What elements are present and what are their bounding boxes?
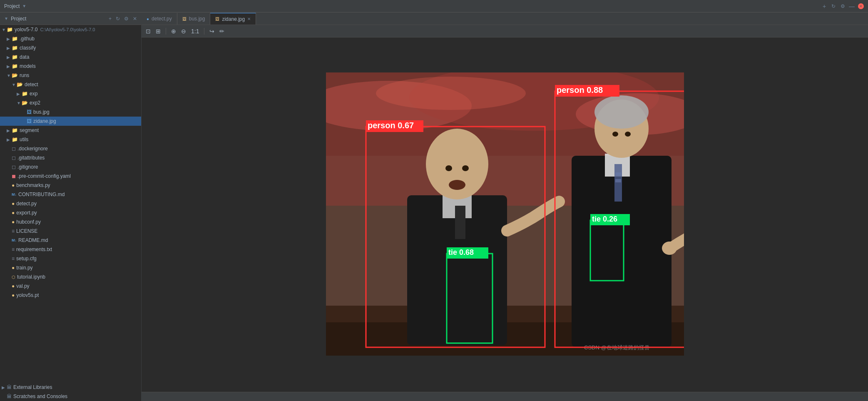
tab-zidane-jpg[interactable]: 🖼 zidane.jpg ✕ — [210, 13, 256, 25]
zoom-in-btn[interactable]: ⊕ — [171, 28, 176, 35]
tree-item-utils[interactable]: ▶ 📁 utils — [0, 135, 141, 144]
bus-jpg-tab-icon: 🖼 — [182, 17, 187, 21]
fit-btn[interactable]: ⊡ — [146, 28, 151, 35]
edit-btn[interactable]: ✏ — [219, 28, 224, 35]
status-bar — [142, 392, 868, 401]
tree-item-models[interactable]: ▶ 📁 models — [0, 62, 141, 71]
tree-item-scratches[interactable]: 🏛 Scratches and Consoles — [0, 392, 141, 401]
svg-rect-19 — [615, 172, 621, 176]
zidane-jpg-icon: 🖼 — [27, 118, 32, 124]
tree-item-requirements[interactable]: ≡ requirements.txt — [0, 245, 141, 254]
tree-item-train-py[interactable]: ● train.py — [0, 263, 141, 272]
sidebar-sync-icon[interactable]: ↻ — [116, 16, 120, 22]
gitattributes-label: .gitattributes — [17, 155, 45, 161]
rotate-btn[interactable]: ↪ — [209, 28, 214, 35]
svg-point-6 — [376, 77, 526, 110]
tree-item-benchmarks[interactable]: ● benchmarks.py — [0, 181, 141, 190]
gitignore-label: .gitignore — [17, 164, 38, 170]
hubconf-py-icon: ● — [12, 219, 15, 225]
detect-py-tab-label: detect.py — [152, 16, 172, 22]
scratches-label: Scratches and Consoles — [13, 394, 67, 399]
train-py-label: train.py — [16, 265, 32, 271]
train-py-icon: ● — [12, 265, 15, 271]
classify-folder-icon: 📁 — [12, 45, 18, 51]
detection-label-person1: person 0.67 — [368, 121, 414, 130]
settings-btn[interactable]: ⚙ — [840, 3, 846, 9]
title-bar-arrow: ▼ — [22, 4, 26, 8]
exp-arrow: ▶ — [17, 92, 22, 96]
sidebar-collapse-arrow[interactable]: ▼ — [4, 16, 8, 21]
segment-label: segment — [20, 127, 39, 133]
license-label: LICENSE — [16, 228, 37, 234]
detect-arrow: ▼ — [12, 82, 17, 87]
yolov5s-pt-icon: ● — [12, 292, 15, 298]
svg-point-14 — [445, 165, 452, 171]
detect-py-icon: ● — [12, 201, 15, 207]
project-path: C:\AI\yolov5-7.0\yolov5-7.0 — [40, 27, 95, 32]
detect-py-label: detect.py — [16, 201, 37, 207]
tree-item-license[interactable]: ≡ LICENSE — [0, 227, 141, 236]
tree-item-exp2[interactable]: ▼ 📂 exp2 — [0, 98, 141, 107]
sidebar-add-icon[interactable]: + — [109, 16, 112, 22]
tree-item-dockerignore[interactable]: ◻ .dockerignore — [0, 144, 141, 153]
tab-detect-py[interactable]: ● detect.py — [142, 13, 177, 25]
tree-item-segment[interactable]: ▶ 📁 segment — [0, 126, 141, 135]
tree-item-hubconf-py[interactable]: ● hubconf.py — [0, 217, 141, 227]
gitattributes-icon: ◻ — [12, 155, 16, 161]
bus-jpg-icon: 🖼 — [27, 109, 32, 115]
readme-label: README.md — [18, 237, 48, 243]
tree-item-contributing[interactable]: M↓ CONTRIBUTING.md — [0, 190, 141, 199]
tree-item-github[interactable]: ▶ 📁 .github — [0, 34, 141, 43]
ext-libraries-icon: 🏛 — [7, 384, 12, 390]
minimize-btn[interactable]: — — [849, 3, 855, 9]
tree-item-bus-jpg[interactable]: 🖼 bus.jpg — [0, 107, 141, 117]
tree-item-readme[interactable]: M↓ README.md — [0, 236, 141, 245]
zoom-reset-btn[interactable]: 1:1 — [191, 28, 199, 35]
svg-point-25 — [662, 242, 677, 255]
root-arrow: ▼ — [2, 27, 7, 32]
tree-item-gitignore[interactable]: ◻ .gitignore — [0, 162, 141, 172]
sidebar-bottom: ▶ 🏛 External Libraries 🏛 Scratches and C… — [0, 379, 141, 401]
editor-area: ● detect.py 🖼 bus.jpg 🖼 zidane.jpg ✕ ⊡ ⊞… — [142, 12, 868, 401]
sync-btn[interactable]: ↻ — [831, 3, 836, 9]
sidebar-gear-icon[interactable]: ⚙ — [124, 16, 129, 22]
editor-toolbar: ⊡ ⊞ ⊕ ⊖ 1:1 ↪ ✏ — [142, 25, 868, 37]
tree-item-precommit[interactable]: ◼ .pre-commit-config.yaml — [0, 172, 141, 181]
readme-icon: M↓ — [12, 238, 17, 242]
tree-item-setup-cfg[interactable]: ≡ setup.cfg — [0, 254, 141, 263]
tree-item-detect-py[interactable]: ● detect.py — [0, 199, 141, 208]
tree-item-classify[interactable]: ▶ 📁 classify — [0, 43, 141, 52]
tree-item-export-py[interactable]: ● export.py — [0, 208, 141, 217]
tree-item-data[interactable]: ▶ 📁 data — [0, 52, 141, 62]
tree-item-root[interactable]: ▼ 📁 yolov5-7.0 C:\AI\yolov5-7.0\yolov5-7… — [0, 25, 141, 34]
tree-item-external-libraries[interactable]: ▶ 🏛 External Libraries — [0, 383, 141, 392]
svg-point-22 — [594, 95, 649, 129]
license-icon: ≡ — [12, 228, 15, 234]
tree-item-gitattributes[interactable]: ◻ .gitattributes — [0, 153, 141, 162]
setup-cfg-icon: ≡ — [12, 256, 15, 262]
utils-arrow: ▶ — [7, 137, 12, 142]
close-btn[interactable]: ✕ — [858, 3, 864, 9]
zoom-out-btn[interactable]: ⊖ — [181, 28, 186, 35]
gitignore-icon: ◻ — [12, 164, 16, 170]
actual-size-btn[interactable]: ⊞ — [156, 28, 161, 35]
runs-label: runs — [20, 72, 29, 78]
tab-bus-jpg[interactable]: 🖼 bus.jpg — [177, 13, 211, 25]
new-file-btn[interactable]: + — [821, 3, 827, 9]
tree-item-yolov5s-pt[interactable]: ● yolov5s.pt — [0, 291, 141, 300]
ext-arrow: ▶ — [2, 385, 7, 390]
tree-item-zidane-jpg[interactable]: 🖼 zidane.jpg — [0, 117, 141, 126]
tree-item-exp[interactable]: ▶ 📁 exp — [0, 89, 141, 98]
title-bar: Project ▼ + ↻ ⚙ — ✕ — [0, 0, 868, 12]
tree-item-tutorial[interactable]: ⬡ tutorial.ipynb — [0, 272, 141, 281]
dockerignore-label: .dockerignore — [17, 146, 48, 152]
tree-item-val-py[interactable]: ● val.py — [0, 281, 141, 291]
tree-item-detect[interactable]: ▼ 📂 detect — [0, 80, 141, 89]
val-py-icon: ● — [12, 283, 15, 289]
zidane-tab-close[interactable]: ✕ — [247, 17, 251, 21]
runs-arrow: ▼ — [7, 73, 12, 78]
sidebar-close-icon[interactable]: ✕ — [133, 16, 137, 22]
models-arrow: ▶ — [7, 64, 12, 69]
tree-item-runs[interactable]: ▼ 📂 runs — [0, 71, 141, 80]
dockerignore-icon: ◻ — [12, 146, 16, 152]
